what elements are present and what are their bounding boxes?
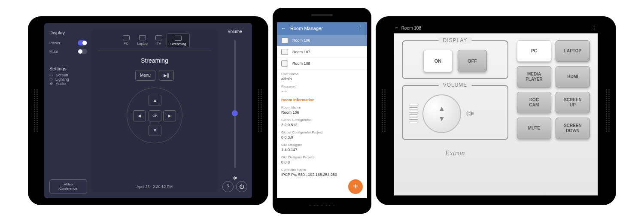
source-grid: PC LAPTOP MEDIA PLAYER HDMI DOC CAM SCRE… [517,40,590,139]
vol-down-icon[interactable]: ▼ [438,115,445,123]
overflow-icon[interactable]: ⋮ [592,26,596,30]
room-title: Room 108 [401,26,421,30]
dpad: ▲ ◀ OK ▶ ▼ [127,88,182,143]
vol-up-icon[interactable]: ▲ [438,105,445,112]
screen-down-button[interactable]: SCREEN DOWN [556,118,590,139]
pc-icon [123,35,130,40]
dpad-up[interactable]: ▲ [149,95,161,106]
button-panel-ui: ≡ Room 108 ⋮ DISPLAY ON OFF VOLUME ▲▼ [392,23,600,198]
display-group: DISPLAY ON OFF [402,40,508,79]
room-icon [281,49,288,55]
tab-streaming[interactable]: Streaming [167,33,190,48]
password-label: Password [281,85,363,88]
display-off-button[interactable]: OFF [458,50,487,72]
main-panel: PC Laptop TV Streaming Streaming Menu ▶|… [91,29,218,192]
volume-group: VOLUME ▲▼ 🕪 [402,85,508,140]
tab-pc[interactable]: PC [119,33,133,48]
volume-column: Volume 🕩 ? ⏻ [218,23,252,198]
app-bar: ← Room Manager ⋮ [277,22,367,35]
dpad-ok[interactable]: OK [149,110,161,121]
speaker-icon: 🕩 [232,174,238,181]
app-title: Room Manager [290,26,323,31]
screen-up-button[interactable]: SCREEN UP [556,92,590,113]
room-manager-app: ← Room Manager ⋮ Room 106 Room 107 Room … [277,22,367,198]
dpad-down[interactable]: ▼ [149,125,161,136]
screen-icon: ▭ [49,73,53,77]
brand-label: Extron [402,149,508,157]
room-item-107[interactable]: Room 107 [277,46,367,58]
mute-toggle[interactable] [78,49,87,54]
room-item-106[interactable]: Room 106 [277,35,367,46]
room-item-108[interactable]: Room 108 [277,58,367,70]
tab-laptop[interactable]: Laptop [134,33,151,48]
display-on-button[interactable]: ON [423,50,453,72]
source-doc-cam[interactable]: DOC CAM [517,92,551,113]
tab-tv[interactable]: TV [152,33,166,48]
play-pause-button[interactable]: ▶|| [159,70,174,81]
password-value[interactable]: ····· [281,89,363,94]
volume-label: Volume [228,29,242,34]
mute-button[interactable]: MUTE [517,118,551,139]
volume-dial[interactable]: ▲▼ [422,94,461,133]
control-panel: DISPLAY ON OFF VOLUME ▲▼ 🕪 Extron [394,33,598,196]
timestamp: April 23 · 2:20:12 PM [137,185,173,189]
speaker-icon: 🕫 [49,82,53,86]
speaker-icon: 🕪 [465,109,474,118]
sidebar: Display Power Mute Settings ▭Screen ◌Lig… [44,23,91,198]
left-tablet-device: Display Power Mute Settings ▭Screen ◌Lig… [28,16,268,205]
source-title: Streaming [141,57,168,64]
settings-heading: Settings [49,66,87,71]
display-heading: Display [49,30,87,35]
laptop-icon [139,35,146,40]
room-control-ui: Display Power Mute Settings ▭Screen ◌Lig… [44,23,252,198]
settings-screen[interactable]: ▭Screen [49,73,87,77]
streaming-icon [175,36,182,41]
right-tablet-device: ≡ Room 108 ⋮ DISPLAY ON OFF VOLUME ▲▼ [376,16,616,205]
username-label: User Name [281,72,363,76]
source-pc[interactable]: PC [517,40,551,62]
power-label: Power [49,41,61,45]
back-icon[interactable]: ← [281,26,286,31]
volume-slider[interactable] [234,40,236,168]
source-laptop[interactable]: LAPTOP [556,40,590,62]
menu-icon[interactable]: ≡ [395,26,398,30]
menu-button[interactable]: Menu [135,70,155,81]
room-info-section: Room Information [277,94,367,103]
dpad-left[interactable]: ◀ [133,110,146,121]
settings-audio[interactable]: 🕫Audio [49,82,87,86]
power-toggle[interactable] [78,40,87,45]
tv-icon [155,35,162,40]
room-icon [281,37,288,43]
add-button[interactable]: + [348,179,363,194]
username-value[interactable]: admin [281,77,363,81]
room-icon [281,61,288,67]
phone-device: ← Room Manager ⋮ Room 106 Room 107 Room … [273,8,371,214]
video-conference-button[interactable]: Video Conference [49,179,87,194]
power-button[interactable]: ⏻ [236,181,247,192]
dpad-right[interactable]: ▶ [163,110,176,121]
mute-label: Mute [49,49,58,54]
settings-lighting[interactable]: ◌Lighting [49,77,87,82]
source-hdmi[interactable]: HDMI [556,66,590,88]
help-button[interactable]: ? [222,181,234,192]
source-media-player[interactable]: MEDIA PLAYER [517,66,551,88]
overflow-icon[interactable]: ⋮ [358,26,363,31]
volume-meter [409,104,418,123]
bulb-icon: ◌ [49,77,53,82]
